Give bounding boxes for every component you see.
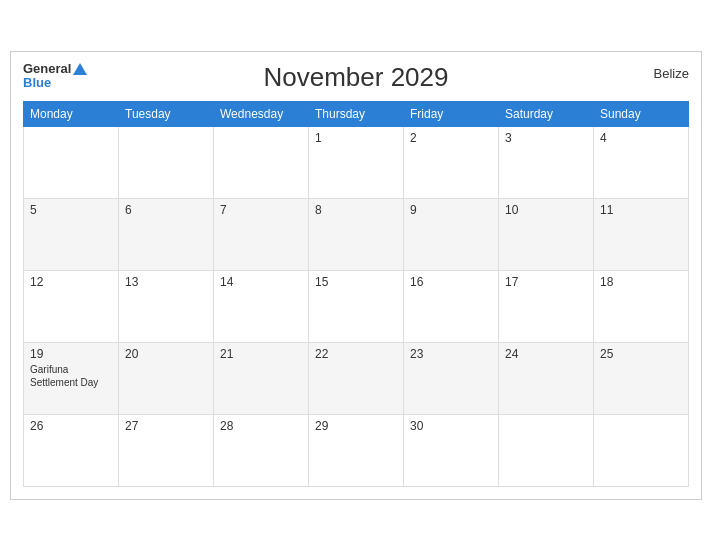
calendar-cell: 1	[309, 126, 404, 198]
calendar-cell: 8	[309, 198, 404, 270]
calendar-cell: 5	[24, 198, 119, 270]
calendar-cell: 30	[404, 414, 499, 486]
day-number: 16	[410, 275, 492, 289]
day-number: 15	[315, 275, 397, 289]
logo: General Blue	[23, 62, 87, 91]
day-number: 10	[505, 203, 587, 217]
week-row-4: 19Garifuna Settlement Day202122232425	[24, 342, 689, 414]
calendar-cell: 13	[119, 270, 214, 342]
calendar-cell: 20	[119, 342, 214, 414]
calendar-cell	[499, 414, 594, 486]
day-number: 24	[505, 347, 587, 361]
day-number: 9	[410, 203, 492, 217]
logo-general-text: General	[23, 62, 71, 76]
calendar-cell: 23	[404, 342, 499, 414]
day-number: 5	[30, 203, 112, 217]
day-number: 29	[315, 419, 397, 433]
calendar-cell: 17	[499, 270, 594, 342]
day-number: 22	[315, 347, 397, 361]
calendar-header: General Blue November 2029 Belize	[23, 62, 689, 93]
calendar-cell: 12	[24, 270, 119, 342]
weekday-header-friday: Friday	[404, 101, 499, 126]
calendar-cell: 14	[214, 270, 309, 342]
weekday-header-monday: Monday	[24, 101, 119, 126]
weekday-header-thursday: Thursday	[309, 101, 404, 126]
calendar-cell: 9	[404, 198, 499, 270]
day-number: 6	[125, 203, 207, 217]
weekday-header-sunday: Sunday	[594, 101, 689, 126]
calendar-cell: 15	[309, 270, 404, 342]
calendar-cell: 24	[499, 342, 594, 414]
calendar-cell	[214, 126, 309, 198]
weekday-header-tuesday: Tuesday	[119, 101, 214, 126]
weekday-header-wednesday: Wednesday	[214, 101, 309, 126]
day-number: 20	[125, 347, 207, 361]
calendar-cell: 25	[594, 342, 689, 414]
calendar-cell: 22	[309, 342, 404, 414]
week-row-3: 12131415161718	[24, 270, 689, 342]
logo-blue-text: Blue	[23, 76, 51, 90]
logo-triangle-icon	[73, 63, 87, 75]
day-number: 21	[220, 347, 302, 361]
day-number: 2	[410, 131, 492, 145]
day-number: 17	[505, 275, 587, 289]
week-row-5: 2627282930	[24, 414, 689, 486]
day-number: 8	[315, 203, 397, 217]
day-number: 14	[220, 275, 302, 289]
calendar-cell: 26	[24, 414, 119, 486]
day-number: 26	[30, 419, 112, 433]
calendar-cell: 4	[594, 126, 689, 198]
calendar-cell: 16	[404, 270, 499, 342]
calendar-cell: 6	[119, 198, 214, 270]
calendar-cell: 11	[594, 198, 689, 270]
calendar-cell: 10	[499, 198, 594, 270]
calendar-cell: 19Garifuna Settlement Day	[24, 342, 119, 414]
calendar-cell: 29	[309, 414, 404, 486]
country-label: Belize	[654, 66, 689, 81]
calendar-container: General Blue November 2029 Belize Monday…	[10, 51, 702, 500]
day-number: 1	[315, 131, 397, 145]
calendar-title: November 2029	[264, 62, 449, 93]
calendar-cell	[119, 126, 214, 198]
weekday-header-row: MondayTuesdayWednesdayThursdayFridaySatu…	[24, 101, 689, 126]
calendar-cell	[24, 126, 119, 198]
week-row-2: 567891011	[24, 198, 689, 270]
day-number: 30	[410, 419, 492, 433]
calendar-cell: 21	[214, 342, 309, 414]
day-number: 28	[220, 419, 302, 433]
day-number: 13	[125, 275, 207, 289]
day-number: 18	[600, 275, 682, 289]
calendar-cell: 7	[214, 198, 309, 270]
calendar-cell: 3	[499, 126, 594, 198]
day-number: 3	[505, 131, 587, 145]
weekday-header-saturday: Saturday	[499, 101, 594, 126]
day-number: 25	[600, 347, 682, 361]
calendar-cell: 27	[119, 414, 214, 486]
calendar-cell: 18	[594, 270, 689, 342]
event-text: Garifuna Settlement Day	[30, 363, 112, 389]
day-number: 7	[220, 203, 302, 217]
day-number: 4	[600, 131, 682, 145]
calendar-cell: 2	[404, 126, 499, 198]
day-number: 19	[30, 347, 112, 361]
calendar-cell	[594, 414, 689, 486]
day-number: 23	[410, 347, 492, 361]
day-number: 11	[600, 203, 682, 217]
day-number: 12	[30, 275, 112, 289]
week-row-1: 1234	[24, 126, 689, 198]
calendar-cell: 28	[214, 414, 309, 486]
calendar-grid: MondayTuesdayWednesdayThursdayFridaySatu…	[23, 101, 689, 487]
day-number: 27	[125, 419, 207, 433]
